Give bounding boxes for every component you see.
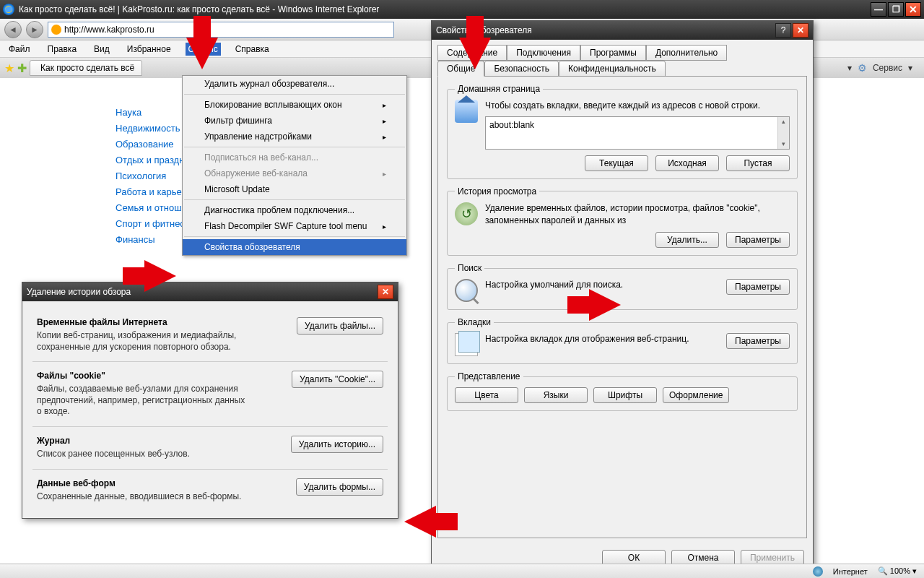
add-favorites-icon[interactable]: ✚ xyxy=(17,61,27,75)
home-page-group: Домашняя страница Чтобы создать вкладки,… xyxy=(447,84,798,179)
history-settings-button[interactable]: Параметры xyxy=(726,232,790,248)
tabs-group: Вкладки Настройка вкладок для отображени… xyxy=(447,317,798,364)
tabs-settings-button[interactable]: Параметры xyxy=(726,333,790,349)
menu-item-feed-discovery: Обнаружение веб-канала xyxy=(183,165,406,181)
tabs-desc: Настройка вкладок для отображения веб-ст… xyxy=(485,333,719,345)
annotation-arrow xyxy=(459,38,491,69)
globe-icon xyxy=(813,566,823,577)
group-legend: Домашняя страница xyxy=(455,84,543,94)
internet-options-dialog: Свойства обозревателя ? ✕ Содержание Под… xyxy=(431,20,814,574)
search-group: Поиск Настройка умолчаний для поиска. Па… xyxy=(447,263,798,310)
close-icon[interactable]: ✕ xyxy=(793,23,808,38)
tabs-icon xyxy=(455,333,478,356)
menu-file[interactable]: Файл xyxy=(6,43,33,56)
history-desc: Удаление временных файлов, истории просм… xyxy=(485,202,790,227)
url-text: http://www.kakprosto.ru xyxy=(64,25,154,35)
menu-help[interactable]: Справка xyxy=(232,43,272,56)
home-icon xyxy=(455,100,478,123)
menu-item-flash-decompiler[interactable]: Flash Decompiler SWF Capture tool menu xyxy=(183,218,406,234)
favorites-star-icon[interactable]: ★ xyxy=(4,61,14,75)
tab-connections[interactable]: Подключения xyxy=(507,45,580,61)
search-icon xyxy=(455,279,478,302)
maximize-button[interactable]: ❐ xyxy=(888,2,904,17)
status-bar: Интернет 🔍 100% ▾ xyxy=(0,564,924,578)
menu-separator xyxy=(184,236,405,237)
help-icon[interactable]: ? xyxy=(775,23,791,38)
group-legend: Представление xyxy=(455,371,523,381)
section-desc: Сохраненные данные, вводившиеся в веб-фо… xyxy=(37,491,241,503)
dialog-title: Удаление истории обзора xyxy=(27,287,378,297)
section-heading: Журнал xyxy=(37,436,190,446)
delete-history-dialog: Удаление истории обзора ✕ Временные файл… xyxy=(22,282,398,519)
dialog-titlebar[interactable]: Удаление истории обзора ✕ xyxy=(22,282,398,301)
menu-item-delete-history[interactable]: Удалить журнал обозревателя... xyxy=(183,76,406,92)
tab-programs[interactable]: Программы xyxy=(580,45,646,61)
menu-item-phishing-filter[interactable]: Фильтр фишинга xyxy=(183,113,406,129)
forward-button[interactable]: ► xyxy=(26,21,43,38)
menu-item-subscribe-feed: Подписаться на веб-канал... xyxy=(183,150,406,165)
annotation-arrow xyxy=(404,506,436,538)
delete-forms-button[interactable]: Удалить формы... xyxy=(296,478,383,496)
search-settings-button[interactable]: Параметры xyxy=(726,279,790,295)
browsing-history-group: История просмотра Удаление временных фай… xyxy=(447,186,798,256)
delete-files-button[interactable]: Удалить файлы... xyxy=(297,317,383,335)
menu-item-diagnose-connection[interactable]: Диагностика проблем подключения... xyxy=(183,202,406,218)
tab-advanced[interactable]: Дополнительно xyxy=(646,45,727,61)
scrollbar[interactable]: ▴▾ xyxy=(777,117,789,149)
window-title: Как просто сделать всё! | KakProsto.ru: … xyxy=(19,4,871,14)
menu-item-popup-blocker[interactable]: Блокирование всплывающих окон xyxy=(183,97,406,113)
menu-separator xyxy=(184,94,405,95)
group-legend: История просмотра xyxy=(455,186,539,197)
languages-button[interactable]: Языки xyxy=(524,387,588,403)
delete-history-button[interactable]: Удалить историю... xyxy=(291,436,383,453)
annotation-arrow xyxy=(589,289,621,321)
menu-edit[interactable]: Правка xyxy=(45,43,80,56)
close-icon[interactable]: ✕ xyxy=(378,285,393,299)
history-delete-button[interactable]: Удалить... xyxy=(655,232,719,248)
browser-tab[interactable]: Как просто сделать всё xyxy=(30,60,142,76)
menu-separator xyxy=(184,147,405,147)
menu-item-manage-addons[interactable]: Управление надстройками xyxy=(183,129,406,144)
use-blank-button[interactable]: Пустая xyxy=(726,155,790,171)
zoom-level[interactable]: 🔍 100% ▾ xyxy=(878,566,917,576)
section-desc: Файлы, создаваемые веб-узлами для сохран… xyxy=(37,384,246,418)
menu-separator xyxy=(184,199,405,200)
menu-view[interactable]: Вид xyxy=(91,43,113,56)
ie-icon xyxy=(3,4,14,15)
minimize-button[interactable]: — xyxy=(871,2,886,17)
home-url-textarea[interactable]: about:blank ▴▾ xyxy=(485,116,790,150)
menu-item-microsoft-update[interactable]: Microsoft Update xyxy=(183,181,406,197)
group-legend: Поиск xyxy=(455,263,484,273)
use-default-button[interactable]: Исходная xyxy=(655,155,719,171)
address-bar[interactable]: http://www.kakprosto.ru xyxy=(48,22,394,38)
home-desc: Чтобы создать вкладки, введите каждый из… xyxy=(485,100,760,111)
gear-icon[interactable]: ⚙ xyxy=(858,62,867,74)
annotation-arrow xyxy=(144,260,176,292)
chevron-down-icon[interactable]: ▾ xyxy=(847,63,852,73)
use-current-button[interactable]: Текущая xyxy=(585,155,648,171)
close-button[interactable]: ✕ xyxy=(905,2,921,17)
menu-favorites[interactable]: Избранное xyxy=(124,43,174,56)
favicon-icon xyxy=(51,25,61,35)
security-zone: Интернет xyxy=(833,567,868,576)
tab-privacy[interactable]: Конфиденциальность xyxy=(559,61,666,77)
annotation-arrow xyxy=(186,38,218,69)
service-dropdown: Удалить журнал обозревателя... Блокирова… xyxy=(182,75,407,256)
section-desc: Список ранее посещенных веб-узлов. xyxy=(37,449,190,460)
toolbar-service-label[interactable]: Сервис xyxy=(873,63,902,73)
tab-title: Как просто сделать всё xyxy=(40,63,134,73)
dialog-title: Свойства обозревателя xyxy=(436,25,775,35)
menu-item-internet-options[interactable]: Свойства обозревателя xyxy=(183,239,406,255)
history-icon xyxy=(455,202,478,225)
colors-button[interactable]: Цвета xyxy=(455,387,518,403)
section-desc: Копии веб-страниц, изображения и медиафа… xyxy=(37,330,246,353)
section-heading: Файлы "cookie" xyxy=(37,371,246,381)
tab-security[interactable]: Безопасность xyxy=(484,61,559,77)
chevron-down-icon[interactable]: ▾ xyxy=(908,63,912,73)
window-titlebar: Как просто сделать всё! | KakProsto.ru: … xyxy=(0,0,924,19)
fonts-button[interactable]: Шрифты xyxy=(593,387,657,403)
delete-cookies-button[interactable]: Удалить "Cookie"... xyxy=(292,371,383,388)
accessibility-button[interactable]: Оформление xyxy=(663,387,729,403)
appearance-group: Представление Цвета Языки Шрифты Оформле… xyxy=(447,371,798,411)
back-button[interactable]: ◄ xyxy=(4,21,22,38)
